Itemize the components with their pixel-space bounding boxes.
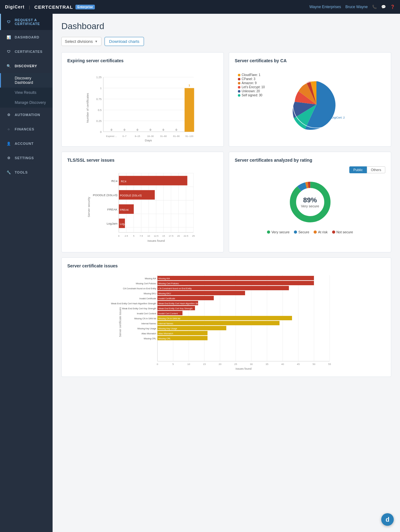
legend-letsencrypt: Let's Encrypt: 10 (238, 85, 265, 89)
settings-icon: ⚙ (6, 155, 12, 161)
rating-tab-others[interactable]: Others (367, 166, 385, 173)
toolbar: Select divisions ▼ Download charts (61, 37, 391, 46)
svg-text:30: 30 (250, 363, 253, 366)
legend-amazon: Amazon: 9 (238, 81, 265, 85)
sidebar-item-discovery[interactable]: 🔍 Discovery (0, 59, 53, 73)
sidebar-item-tools[interactable]: 🔧 Tools (0, 165, 53, 180)
product-name: CERTCENTRAL (34, 4, 73, 10)
sidebar-item-account[interactable]: 👤 Account (0, 136, 53, 151)
svg-text:Weak End Entity Cert Key Stren: Weak End Entity Cert Key Strength (122, 307, 156, 310)
svg-text:Weak End Entity Cert Hash Algo: Weak End Entity Cert Hash Algorithm Stre… (158, 302, 204, 305)
svg-text:Missing Cert Policies: Missing Cert Policies (158, 282, 179, 285)
expiring-chart-svg: Number of certificates 1.25 (67, 67, 218, 142)
svg-text:Alias Mismatch: Alias Mismatch (158, 332, 173, 335)
svg-text:Issues found: Issues found (147, 239, 165, 242)
svg-text:LogJam: LogJam (107, 222, 118, 225)
svg-text:Issues found: Issues found (235, 367, 251, 370)
pie-chart-wrap: CloudFlare: 1 CPanel: 3 Amazon: 9 Let's … (235, 67, 385, 142)
svg-text:0: 0 (124, 128, 125, 131)
tls-chart-svg: Server security (67, 166, 218, 248)
svg-text:10: 10 (187, 363, 190, 366)
ca-chart-title: Server certificates by CA (235, 58, 385, 63)
sidebar-item-tools-label: Tools (15, 170, 28, 174)
issues-chart-title: Server certificate issues (67, 263, 385, 268)
svg-text:Number of certificates: Number of certificates (86, 93, 89, 123)
donut-center: 89% Very secure (301, 196, 319, 208)
tls-chart-wrap: Server security (67, 166, 218, 248)
svg-text:25: 25 (192, 235, 195, 237)
sidebar: 🛡 Request a Certificate 📊 Dashboard 🛡 Ce… (0, 14, 53, 532)
svg-text:1: 1 (100, 87, 102, 90)
main-content: Dashboard Select divisions ▼ Download ch… (53, 14, 400, 532)
svg-text:10: 10 (147, 235, 150, 237)
rating-tab-public[interactable]: Public (349, 166, 367, 173)
sidebar-item-certificates[interactable]: 🛡 Certificates (0, 44, 53, 59)
svg-text:Invalid Cert Content: Invalid Cert Content (137, 312, 156, 315)
automation-icon: ⚙ (6, 112, 12, 118)
select-divisions-dropdown[interactable]: Select divisions ▼ (61, 37, 101, 46)
svg-text:Missing CRL: Missing CRL (158, 337, 171, 340)
svg-text:Invalid Certificate: Invalid Certificate (139, 297, 156, 300)
ca-chart-card: Server certificates by CA CloudFlare: 1 … (229, 52, 391, 147)
svg-text:Internal Names: Internal Names (158, 322, 173, 325)
svg-text:40: 40 (281, 363, 284, 366)
sidebar-sub-view-results[interactable]: View Results (0, 88, 53, 98)
legend-secure: Secure (294, 230, 309, 234)
company-selector[interactable]: Wayne Enterprises (309, 5, 341, 9)
svg-text:Missing Cert Policies: Missing Cert Policies (136, 282, 156, 285)
svg-text:0: 0 (100, 130, 102, 134)
sidebar-item-settings-label: Settings (15, 156, 34, 160)
svg-text:91–120: 91–120 (185, 135, 193, 138)
svg-text:0: 0 (157, 363, 158, 366)
svg-text:1: 1 (189, 84, 190, 87)
sidebar-item-request-label: Request a Certificate (15, 18, 48, 26)
legend-unknown: Unknown: 20 (238, 89, 265, 93)
chat-bubble[interactable]: d (381, 513, 394, 526)
svg-text:0: 0 (118, 235, 120, 237)
user-menu[interactable]: Bruce Wayne (345, 5, 368, 9)
sidebar-sub-discovery-dashboard[interactable]: Discovery Dashboard (0, 73, 53, 88)
legend-not-secure: Not secure (332, 230, 353, 234)
svg-text:7.5: 7.5 (140, 235, 143, 237)
svg-text:55: 55 (328, 363, 331, 366)
account-icon: 👤 (6, 141, 12, 146)
svg-text:Missing CRL: Missing CRL (144, 337, 156, 340)
sidebar-sub-manage-discovery[interactable]: Manage Discovery (0, 98, 53, 108)
svg-text:RC4: RC4 (121, 180, 126, 183)
sidebar-item-automation-label: Automation (15, 113, 40, 117)
legend-cpanel: CPanel: 3 (238, 77, 265, 81)
svg-text:0.75: 0.75 (96, 98, 102, 101)
legend-cloudflare: CloudFlare: 1 (238, 73, 265, 77)
issues-chart-wrap: Server certificate issues (67, 272, 385, 372)
sidebar-item-settings[interactable]: ⚙ Settings (0, 151, 53, 165)
svg-text:FREAK: FREAK (120, 208, 129, 211)
help-icon[interactable]: ❓ (390, 5, 395, 9)
tls-chart-card: TLS/SSL server issues Server security (61, 152, 224, 252)
sidebar-item-automation[interactable]: ⚙ Automation (0, 108, 53, 122)
svg-text:Missing CN in SAN list: Missing CN in SAN list (134, 317, 156, 320)
sidebar-item-finances[interactable]: ○ Finances (0, 122, 53, 136)
svg-text:Missing AIA: Missing AIA (145, 277, 156, 280)
pie-legend: CloudFlare: 1 CPanel: 3 Amazon: 9 Let's … (238, 73, 265, 98)
svg-text:5: 5 (172, 363, 174, 366)
sidebar-item-dashboard[interactable]: 📊 Dashboard (0, 30, 53, 44)
sidebar-item-request[interactable]: 🛡 Request a Certificate (0, 14, 53, 30)
expiring-certificates-card: Expiring server certificates Number of c… (61, 52, 224, 147)
phone-icon[interactable]: 📞 (372, 5, 377, 9)
svg-text:2.5: 2.5 (125, 235, 128, 237)
svg-text:5: 5 (133, 235, 134, 237)
rating-chart-card: Server certificates analyzed by rating P… (229, 152, 391, 252)
svg-text:Server certificate issues: Server certificate issues (119, 307, 122, 337)
download-charts-button[interactable]: Download charts (105, 37, 144, 46)
svg-text:0: 0 (150, 128, 151, 131)
svg-text:12.5: 12.5 (154, 235, 158, 237)
pie-chart-svg: DigiCert: 217 (276, 73, 345, 136)
message-icon[interactable]: 💬 (381, 5, 386, 9)
svg-text:50: 50 (313, 363, 315, 366)
svg-text:45: 45 (297, 363, 300, 366)
svg-text:15: 15 (162, 235, 165, 237)
select-divisions-label: Select divisions (65, 39, 93, 44)
sidebar-item-dashboard-label: Dashboard (15, 35, 39, 39)
svg-text:0: 0 (137, 128, 138, 131)
svg-text:Days: Days (145, 139, 152, 142)
